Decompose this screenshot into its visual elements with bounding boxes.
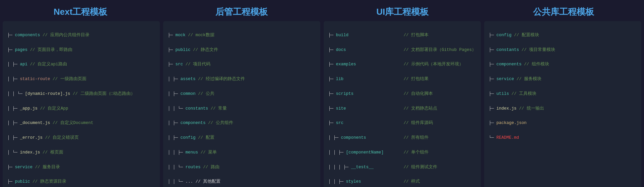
- next-file-tree: ├─ components // 应用内公共组件目录 ├─ pages // 页…: [7, 24, 155, 187]
- admin-file-tree: ├─ mock // mock数据 ├─ public // 静态文件 ├─ s…: [168, 24, 316, 187]
- title-common: 公共库工程模板: [483, 6, 644, 18]
- title-admin: 后管工程模板: [161, 6, 322, 18]
- next-panel: ├─ components // 应用内公共组件目录 ├─ pages // 页…: [3, 21, 160, 187]
- titles-row: Next工程模板 后管工程模板 UI库工程模板 公共库工程模板: [0, 0, 644, 21]
- title-next: Next工程模板: [0, 6, 161, 18]
- ui-panel: ├─ build ├─ docs ├─ examples ├─ lib ├─ s…: [324, 21, 481, 187]
- ui-two-col: ├─ build ├─ docs ├─ examples ├─ lib ├─ s…: [328, 24, 476, 187]
- ui-file-tree-left: ├─ build ├─ docs ├─ examples ├─ lib ├─ s…: [328, 24, 401, 187]
- ui-file-tree-right: // 打包脚本 // 文档部署目录（Github Pages） // 示例代码（…: [401, 24, 476, 187]
- title-ui: UI库工程模板: [322, 6, 483, 18]
- panels-row: ├─ components // 应用内公共组件目录 ├─ pages // 页…: [0, 21, 644, 187]
- admin-panel: ├─ mock // mock数据 ├─ public // 静态文件 ├─ s…: [163, 21, 320, 187]
- common-file-tree: ├─ config // 配置模块 ├─ constants // 项目常量模块…: [489, 24, 637, 157]
- common-panel: ├─ config // 配置模块 ├─ constants // 项目常量模块…: [484, 21, 641, 187]
